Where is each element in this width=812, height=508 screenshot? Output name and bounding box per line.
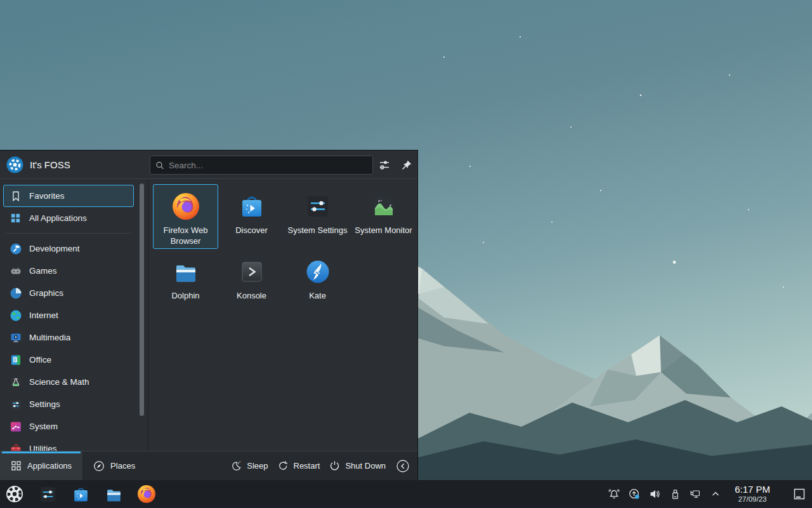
tab-places[interactable]: Places — [82, 451, 146, 480]
clock-date: 27/09/23 — [735, 495, 770, 504]
app-tile-konsole[interactable]: Konsole — [219, 250, 284, 314]
action-label: Shut Down — [345, 461, 386, 471]
sleep-button[interactable]: z z Sleep — [230, 460, 268, 472]
launcher-header: It's FOSS — [0, 150, 417, 179]
show-desktop-icon — [792, 486, 807, 502]
system-settings-icon — [303, 191, 333, 222]
collapse-session-button[interactable] — [395, 458, 411, 474]
app-label: Dolphin — [170, 291, 200, 302]
discover-icon — [71, 485, 91, 504]
bell-icon — [608, 488, 620, 500]
action-label: Sleep — [247, 461, 268, 471]
chevron-up-icon — [710, 488, 721, 500]
system-tray: 6:17 PM 27/09/23 — [608, 483, 812, 505]
sidebar-item-favorites[interactable]: Favorites — [3, 185, 134, 207]
dolphin-icon — [171, 257, 201, 287]
launcher-body: Favorites All Applications — [0, 180, 417, 451]
sidebar-item-label: Development — [29, 244, 80, 253]
app-grid: Firefox Web Browser Discover — [153, 180, 417, 451]
sidebar-item-settings[interactable]: Settings — [3, 393, 134, 415]
distro-logo-icon — [6, 156, 23, 173]
usb-device-icon — [669, 488, 681, 500]
apps-grid-icon — [9, 211, 22, 225]
wired-network-icon — [689, 488, 702, 500]
sidebar-scrollbar[interactable] — [140, 184, 144, 416]
sidebar-item-all-applications[interactable]: All Applications — [3, 207, 134, 229]
sidebar-item-games[interactable]: Games — [3, 260, 134, 282]
sidebar-item-label: Games — [29, 266, 57, 276]
sidebar-item-label: Multimedia — [29, 333, 70, 342]
update-icon — [628, 488, 641, 500]
launcher-footer: Applications Places z z Sleep — [0, 451, 417, 480]
clock-time: 6:17 PM — [735, 485, 770, 495]
sidebar-item-label: Internet — [29, 311, 58, 320]
sidebar-item-development[interactable]: Development — [3, 237, 134, 260]
sidebar-item-label: Settings — [29, 399, 60, 409]
session-actions: z z Sleep Restart — [230, 451, 417, 480]
shutdown-button[interactable]: Shut Down — [329, 460, 386, 472]
app-label: Kate — [308, 291, 327, 302]
dolphin-task-button[interactable] — [103, 483, 124, 505]
firefox-icon — [171, 191, 201, 222]
sidebar-item-internet[interactable]: Internet — [3, 304, 134, 326]
desktop: It's FOSS — [0, 0, 812, 508]
system-settings-task-button[interactable] — [37, 483, 58, 505]
app-tile-discover[interactable]: Discover — [219, 184, 284, 249]
system-icon — [9, 420, 22, 433]
application-launcher-button[interactable] — [4, 483, 25, 505]
bookmark-icon — [9, 189, 22, 203]
app-tile-dolphin[interactable]: Dolphin — [153, 250, 218, 314]
tab-applications[interactable]: Applications — [0, 451, 82, 480]
search-input[interactable] — [169, 161, 367, 170]
launcher-sidebar: Favorites All Applications — [0, 180, 148, 451]
app-tile-system-settings[interactable]: System Settings — [285, 184, 350, 249]
sidebar-item-multimedia[interactable]: Multimedia — [3, 326, 134, 349]
pin-button[interactable] — [399, 158, 413, 172]
discover-task-button[interactable] — [70, 483, 91, 505]
configure-icon — [378, 159, 391, 171]
sidebar-item-system[interactable]: System — [3, 415, 134, 438]
distro-name: It's FOSS — [30, 159, 70, 170]
digital-clock[interactable]: 6:17 PM 27/09/23 — [735, 485, 770, 504]
app-label: Konsole — [235, 291, 268, 302]
tab-label: Applications — [27, 461, 72, 471]
app-tile-system-monitor[interactable]: System Monitor — [351, 184, 416, 249]
firefox-task-button[interactable] — [136, 483, 157, 505]
system-settings-icon — [38, 485, 58, 504]
multimedia-icon — [9, 331, 22, 344]
search-box[interactable] — [150, 156, 373, 175]
expand-tray-button[interactable] — [709, 488, 722, 500]
app-tile-firefox[interactable]: Firefox Web Browser — [153, 184, 218, 249]
shutdown-icon — [329, 460, 341, 472]
network-tray-button[interactable] — [689, 488, 702, 500]
sidebar-separator — [5, 233, 131, 234]
sidebar-item-office[interactable]: Office — [3, 349, 134, 371]
app-label: System Settings — [287, 225, 349, 236]
office-icon — [9, 353, 22, 366]
restart-icon — [277, 460, 289, 472]
sidebar-item-science-math[interactable]: Science & Math — [3, 371, 134, 393]
application-launcher-menu: It's FOSS — [0, 150, 418, 480]
tab-label: Places — [110, 461, 135, 471]
volume-tray-button[interactable] — [648, 488, 661, 500]
removable-device-tray-button[interactable] — [669, 488, 681, 500]
pin-icon — [400, 159, 412, 171]
graphics-icon — [9, 286, 22, 300]
chevron-left-icon — [396, 459, 410, 473]
updates-tray-button[interactable] — [628, 488, 641, 500]
sidebar-item-label: Favorites — [29, 191, 65, 201]
notifications-tray-button[interactable] — [608, 488, 620, 500]
peek-desktop-button[interactable] — [790, 483, 808, 505]
action-label: Restart — [294, 461, 320, 471]
configure-button[interactable] — [377, 158, 391, 172]
sleep-icon: z z — [230, 460, 242, 472]
sidebar-item-label: System — [29, 422, 58, 431]
sidebar-item-graphics[interactable]: Graphics — [3, 282, 134, 304]
kde-launcher-icon — [4, 484, 25, 504]
sidebar-item-label: Science & Math — [29, 377, 89, 387]
restart-button[interactable]: Restart — [277, 460, 320, 472]
science-icon — [9, 375, 22, 389]
dolphin-icon — [104, 485, 124, 504]
app-tile-kate[interactable]: Kate — [285, 250, 350, 314]
sidebar-item-label: Office — [29, 355, 51, 364]
